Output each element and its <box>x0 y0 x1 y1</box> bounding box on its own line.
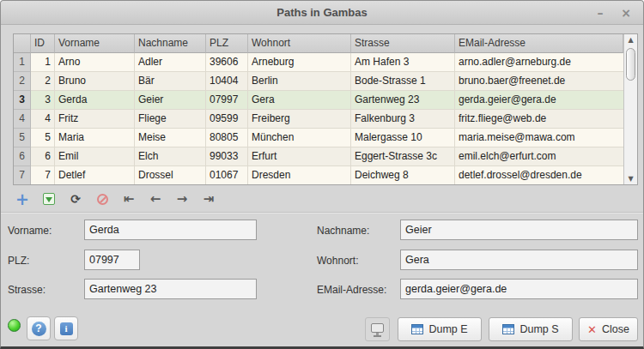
cell-id[interactable]: 3 <box>31 91 55 110</box>
corner-header[interactable] <box>14 34 31 53</box>
cell-plz[interactable]: 07997 <box>206 91 248 110</box>
cell-email[interactable]: arno.adler@arneburg.de <box>455 53 623 72</box>
cell-wohnort[interactable]: Gera <box>248 91 351 110</box>
wohnort-field[interactable] <box>400 250 638 270</box>
column-header-email[interactable]: EMail-Adresse <box>455 34 623 53</box>
vertical-scrollbar[interactable]: ▲ ▼ <box>623 34 637 184</box>
save-record-button[interactable] <box>41 190 57 208</box>
cell-wohnort[interactable]: Berlin <box>248 72 351 91</box>
cell-vorname[interactable]: Arno <box>55 53 135 72</box>
row-number[interactable]: 2 <box>14 72 31 91</box>
titlebar[interactable]: Paths in Gambas – × <box>1 1 643 25</box>
cell-email[interactable]: maria.meise@mawa.com <box>455 129 623 147</box>
table-row[interactable]: 5 5 Maria Meise 80805 München Malergasse… <box>14 129 623 147</box>
table-row-selected[interactable]: 3 3 Gerda Geier 07997 Gera Gartenweg 23 … <box>14 91 623 110</box>
cell-plz[interactable]: 99033 <box>206 147 248 166</box>
column-header-plz[interactable]: PLZ <box>206 34 248 53</box>
email-field[interactable] <box>400 279 638 299</box>
cell-plz[interactable]: 80805 <box>206 129 248 147</box>
cell-nachname[interactable]: Drossel <box>135 166 206 184</box>
cell-strasse[interactable]: Eggert-Strasse 3c <box>351 147 455 166</box>
row-number[interactable]: 5 <box>14 129 31 147</box>
cell-wohnort[interactable]: Arneburg <box>248 53 351 72</box>
scroll-up-icon[interactable]: ▲ <box>624 36 637 44</box>
cancel-button[interactable] <box>94 190 110 208</box>
previous-record-button[interactable]: ← <box>148 190 163 208</box>
cell-nachname[interactable]: Elch <box>135 147 206 166</box>
cell-strasse[interactable]: Malergasse 10 <box>351 129 455 147</box>
help-icon: ? <box>32 322 46 336</box>
cell-id[interactable]: 5 <box>31 129 55 147</box>
screen-button[interactable] <box>365 317 390 341</box>
table-row[interactable]: 1 1 Arno Adler 39606 Arneburg Am Hafen 3… <box>14 53 623 72</box>
cell-email[interactable]: fritz.fliege@web.de <box>455 110 623 129</box>
close-window-button[interactable]: × <box>617 4 635 21</box>
table-row[interactable]: 4 4 Fritz Fliege 09599 Freiberg Falkenbu… <box>14 110 623 129</box>
vorname-field[interactable] <box>84 220 257 240</box>
dump-s-button[interactable]: Dump S <box>489 317 573 341</box>
cell-id[interactable]: 1 <box>31 53 55 72</box>
column-header-strasse[interactable]: Strasse <box>351 34 455 53</box>
cell-nachname[interactable]: Bär <box>135 72 206 91</box>
dump-e-button[interactable]: Dump E <box>398 317 482 341</box>
cell-id[interactable]: 4 <box>31 110 55 129</box>
column-header-nachname[interactable]: Nachname <box>135 34 206 53</box>
cell-email[interactable]: bruno.baer@freenet.de <box>455 72 623 91</box>
cell-strasse[interactable]: Falkenburg 3 <box>351 110 455 129</box>
cell-plz[interactable]: 01067 <box>206 166 248 184</box>
cell-email[interactable]: detlef.drossel@dresden.de <box>455 166 623 184</box>
cell-wohnort[interactable]: München <box>248 129 351 147</box>
cell-email[interactable]: gerda.geier@gera.de <box>455 91 623 110</box>
row-number[interactable]: 7 <box>14 166 31 184</box>
cell-strasse[interactable]: Bode-Strasse 1 <box>351 72 455 91</box>
add-record-button[interactable]: + <box>15 190 30 208</box>
scroll-down-icon[interactable]: ▼ <box>624 175 637 183</box>
cell-nachname[interactable]: Fliege <box>135 110 206 129</box>
cell-nachname[interactable]: Meise <box>135 129 206 147</box>
row-number[interactable]: 3 <box>14 91 31 110</box>
close-button[interactable]: ✕ Close <box>579 317 638 341</box>
help-button[interactable]: ? <box>27 316 51 340</box>
cell-vorname[interactable]: Emil <box>55 147 135 166</box>
cell-strasse[interactable]: Deichweg 8 <box>351 166 455 184</box>
cell-plz[interactable]: 10404 <box>206 72 248 91</box>
column-header-wohnort[interactable]: Wohnort <box>248 34 351 53</box>
cell-id[interactable]: 2 <box>31 72 55 91</box>
cell-wohnort[interactable]: Dresden <box>248 166 351 184</box>
column-header-vorname[interactable]: Vorname <box>55 34 135 53</box>
first-record-button[interactable]: ⇤ <box>121 190 137 208</box>
info-button[interactable]: i <box>54 316 78 340</box>
row-number[interactable]: 1 <box>14 53 31 72</box>
cell-vorname[interactable]: Maria <box>55 129 135 147</box>
cell-id[interactable]: 6 <box>31 147 55 166</box>
cell-wohnort[interactable]: Erfurt <box>248 147 351 166</box>
cell-plz[interactable]: 39606 <box>206 53 248 72</box>
refresh-button[interactable]: ⟳ <box>68 190 83 208</box>
cell-nachname[interactable]: Adler <box>135 53 206 72</box>
plz-field[interactable] <box>84 250 140 270</box>
cell-id[interactable]: 7 <box>31 166 55 184</box>
cell-wohnort[interactable]: Freiberg <box>248 110 351 129</box>
cell-vorname[interactable]: Detlef <box>55 166 135 184</box>
cell-vorname[interactable]: Gerda <box>55 91 135 110</box>
cell-strasse[interactable]: Am Hafen 3 <box>351 53 455 72</box>
cell-strasse[interactable]: Gartenweg 23 <box>351 91 455 110</box>
last-record-button[interactable]: ⇥ <box>201 190 216 208</box>
cell-nachname[interactable]: Geier <box>135 91 206 110</box>
grid-header-row: ID Vorname Nachname PLZ Wohnort Strasse … <box>14 34 623 53</box>
strasse-field[interactable] <box>84 279 257 299</box>
nachname-field[interactable] <box>400 220 638 240</box>
column-header-id[interactable]: ID <box>31 34 55 53</box>
cell-email[interactable]: emil.elch@erfurt.com <box>455 147 623 166</box>
table-row[interactable]: 7 7 Detlef Drossel 01067 Dresden Deichwe… <box>14 166 623 184</box>
row-number[interactable]: 6 <box>14 147 31 166</box>
cell-vorname[interactable]: Fritz <box>55 110 135 129</box>
next-record-button[interactable]: → <box>174 190 190 208</box>
scrollbar-thumb[interactable] <box>626 48 635 81</box>
cell-plz[interactable]: 09599 <box>206 110 248 129</box>
minimize-button[interactable]: – <box>592 4 609 21</box>
table-row[interactable]: 6 6 Emil Elch 99033 Erfurt Eggert-Strass… <box>14 147 623 166</box>
row-number[interactable]: 4 <box>14 110 31 129</box>
cell-vorname[interactable]: Bruno <box>55 72 135 91</box>
table-row[interactable]: 2 2 Bruno Bär 10404 Berlin Bode-Strasse … <box>14 72 623 91</box>
